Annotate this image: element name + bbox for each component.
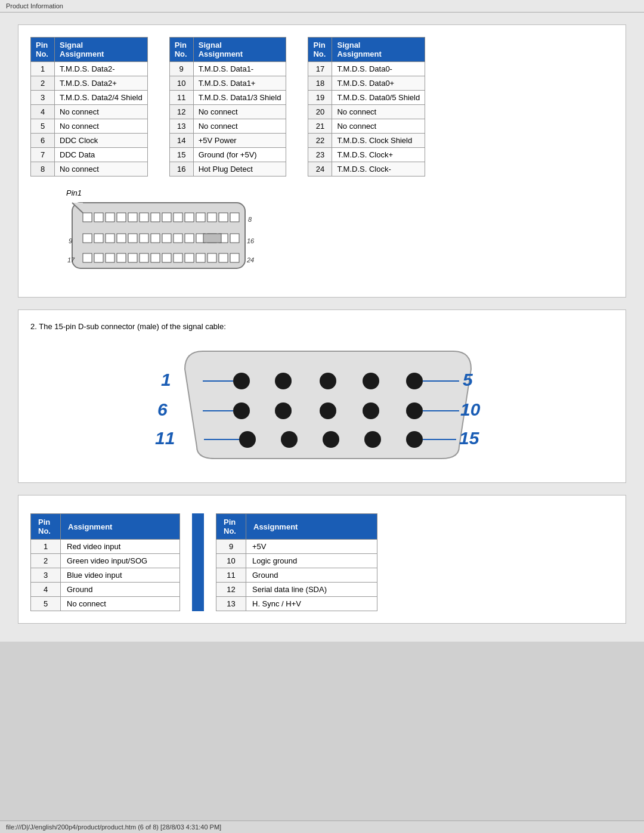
table-cell-pin: 7: [31, 148, 55, 162]
svg-rect-41: [151, 253, 160, 262]
dvi-table-spacer1: [155, 37, 162, 176]
table-cell-signal: No connect: [55, 162, 148, 176]
table-cell-signal: H. Sync / H+V: [246, 597, 377, 611]
svg-point-56: [233, 402, 250, 419]
table-cell-pin: 12: [216, 583, 246, 597]
table-cell-signal: No connect: [55, 119, 148, 134]
table-row: 20No connect: [308, 105, 425, 119]
table-row: 1T.M.D.S. Data2-: [31, 62, 148, 76]
lower-pin-table-1: PinNo. Assignment 1Red video input2Green…: [30, 513, 180, 611]
table-cell-pin: 12: [169, 105, 193, 119]
table-cell-signal: T.M.D.S. Data0/5 Shield: [332, 91, 425, 105]
dvi-table-wrapper: PinNo. SignalAssignment 1T.M.D.S. Data2-…: [30, 37, 614, 176]
svg-rect-8: [106, 213, 114, 222]
table-row: 15Ground (for +5V): [169, 148, 286, 162]
table-cell-signal: Ground (for +5V): [193, 148, 286, 162]
table-row: 4No connect: [31, 105, 148, 119]
svg-point-65: [406, 431, 423, 448]
table-cell-signal: No connect: [61, 597, 180, 611]
table-cell-signal: No connect: [332, 119, 425, 134]
table-cell-signal: T.M.D.S. Clock Shield: [332, 134, 425, 148]
dvi-table-spacer2: [293, 37, 301, 176]
table-cell-pin: 3: [31, 568, 61, 583]
dvi-pin-table-3: PinNo. SignalAssignment 17T.M.D.S. Data0…: [308, 37, 425, 176]
table-cell-pin: 4: [31, 105, 55, 119]
table-row: 21No connect: [308, 119, 425, 134]
svg-point-64: [364, 431, 381, 448]
svg-rect-48: [230, 253, 239, 262]
table-cell-signal: No connect: [332, 105, 425, 119]
svg-rect-44: [185, 253, 194, 262]
table-cell-pin: 9: [169, 62, 193, 76]
svg-point-59: [363, 402, 379, 419]
table-row: 16Hot Plug Detect: [169, 162, 286, 176]
dvi-pin-table-2: PinNo. SignalAssignment 9T.M.D.S. Data1-…: [169, 37, 287, 176]
svg-rect-9: [117, 213, 126, 222]
table-row: 24T.M.D.S. Clock-: [308, 162, 425, 176]
dvi-connector-section: Pin1 9 17 8 16 24: [66, 188, 614, 279]
svg-rect-23: [117, 234, 126, 243]
table-cell-pin: 18: [308, 76, 332, 91]
table-cell-signal: DDC Clock: [55, 134, 148, 148]
svg-text:24: 24: [246, 256, 254, 264]
svg-rect-39: [128, 253, 137, 262]
svg-rect-27: [162, 234, 171, 243]
svg-rect-40: [140, 253, 148, 262]
svg-rect-42: [162, 253, 171, 262]
top-bar-label: Product Information: [6, 2, 63, 10]
dvi-connector-diagram: 9 17 8 16 24: [66, 200, 269, 277]
svg-point-52: [275, 373, 292, 389]
svg-rect-10: [128, 213, 137, 222]
svg-text:11: 11: [155, 428, 175, 448]
table-cell-pin: 22: [308, 134, 332, 148]
lower-table-divider: [192, 513, 204, 611]
svg-rect-25: [140, 234, 148, 243]
table-cell-signal: T.M.D.S. Data2+: [55, 76, 148, 91]
table-cell-pin: 21: [308, 119, 332, 134]
table-row: 23T.M.D.S. Clock+: [308, 148, 425, 162]
svg-rect-13: [162, 213, 171, 222]
table-cell-signal: No connect: [193, 119, 286, 134]
svg-rect-24: [128, 234, 137, 243]
svg-text:1: 1: [161, 370, 171, 389]
table-row: 11Ground: [216, 568, 377, 583]
table-cell-pin: 8: [31, 162, 55, 176]
svg-rect-35: [83, 253, 92, 262]
lt2-header-assignment: Assignment: [246, 514, 377, 540]
svg-rect-21: [94, 234, 103, 243]
dvi-pin-table-1: PinNo. SignalAssignment 1T.M.D.S. Data2-…: [30, 37, 148, 176]
table-cell-pin: 13: [169, 119, 193, 134]
table-row: 2Green video input/SOG: [31, 554, 180, 568]
table-cell-pin: 5: [31, 119, 55, 134]
svg-rect-45: [196, 253, 205, 262]
dvi-t2-header-pin: PinNo.: [169, 38, 193, 62]
table-cell-pin: 11: [169, 91, 193, 105]
table-cell-signal: Ground: [61, 583, 180, 597]
table-cell-signal: T.M.D.S. Data1/3 Shield: [193, 91, 286, 105]
svg-text:5: 5: [463, 370, 473, 389]
table-row: 12Serial data line (SDA): [216, 583, 377, 597]
svg-rect-22: [106, 234, 114, 243]
table-cell-signal: Blue video input: [61, 568, 180, 583]
table-row: 13H. Sync / H+V: [216, 597, 377, 611]
table-cell-pin: 5: [31, 597, 61, 611]
svg-point-54: [363, 373, 379, 389]
svg-text:8: 8: [248, 216, 252, 223]
svg-point-60: [406, 402, 423, 419]
svg-rect-14: [174, 213, 182, 222]
table-cell-signal: T.M.D.S. Data2/4 Shield: [55, 91, 148, 105]
pin1-label: Pin1: [66, 188, 614, 197]
svg-rect-47: [219, 253, 228, 262]
svg-rect-12: [151, 213, 160, 222]
dsub-diagram: 1 5 6 10 11 15: [155, 339, 489, 470]
table-row: 5No connect: [31, 119, 148, 134]
dvi-section: PinNo. SignalAssignment 1T.M.D.S. Data2-…: [18, 24, 626, 298]
dvi-t1-header-signal: SignalAssignment: [55, 38, 148, 62]
table-row: 6DDC Clock: [31, 134, 148, 148]
svg-rect-19: [230, 213, 239, 222]
table-row: 10Logic ground: [216, 554, 377, 568]
table-row: 22T.M.D.S. Clock Shield: [308, 134, 425, 148]
table-cell-signal: T.M.D.S. Data0-: [332, 62, 425, 76]
lower-pin-table-2: PinNo. Assignment 9+5V10Logic ground11Gr…: [216, 513, 377, 611]
table-row: 12No connect: [169, 105, 286, 119]
